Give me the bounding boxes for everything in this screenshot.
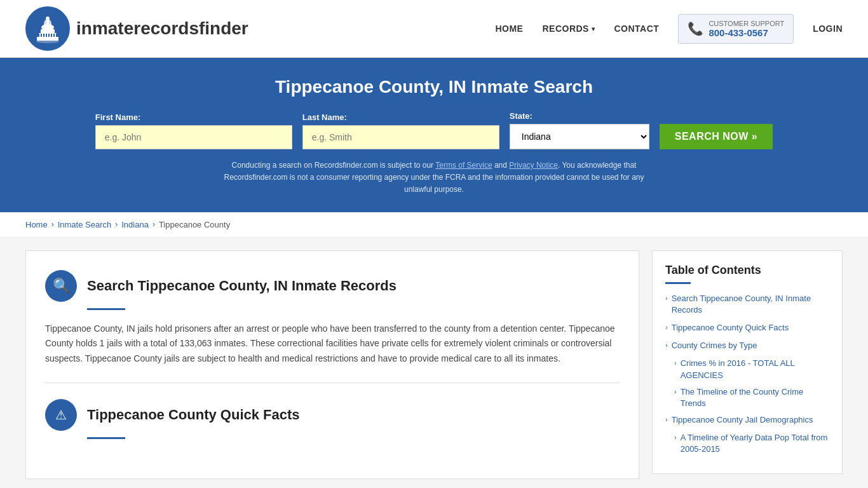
svg-rect-13 [51,34,52,37]
toc-item-1[interactable]: › Search Tippecanoe County, IN Inmate Re… [665,293,829,316]
breadcrumb-sep-2: › [115,220,118,229]
chevron-right-icon: › [665,341,668,349]
section2-header: ⚠ Tippecanoe County Quick Facts [45,399,620,431]
chevron-right-icon: › [665,294,668,302]
toc-item-4[interactable]: › Crimes % in 2016 - TOTAL ALL AGENCIES [674,358,829,381]
svg-rect-15 [56,34,57,37]
svg-rect-14 [53,34,55,37]
breadcrumb-inmate-search[interactable]: Inmate Search [58,220,112,229]
toc-link-1[interactable]: Search Tippecanoe County, IN Inmate Reco… [672,293,829,316]
breadcrumb-current: Tippecanoe County [159,220,230,229]
page-title: Tippecanoe County, IN Inmate Search [25,77,843,97]
breadcrumb-sep-3: › [153,220,155,229]
state-label: State: [510,111,532,121]
disclaimer-text: Conducting a search on Recordsfinder.com… [212,159,656,196]
svg-rect-12 [48,34,50,37]
toc-item-7[interactable]: › A Timeline of Yearly Data Pop Total fr… [674,432,829,455]
phone-icon: 📞 [688,21,703,36]
chevron-right-icon: › [674,433,677,441]
breadcrumb-sep-1: › [51,220,54,229]
toc-item-2[interactable]: › Tippecanoe County Quick Facts [665,322,829,334]
section1-divider [87,308,125,310]
toc-sub-group-2: › A Timeline of Yearly Data Pop Total fr… [665,432,829,455]
svg-point-7 [46,17,50,20]
article: 🔍 Search Tippecanoe County, IN Inmate Re… [25,250,639,479]
nav-records[interactable]: RECORDS ▾ [542,24,595,34]
section1-header: 🔍 Search Tippecanoe County, IN Inmate Re… [45,270,620,302]
logo-icon [25,6,70,51]
nav-home[interactable]: HOME [495,24,523,34]
toc-item-5[interactable]: › The Timeline of the County Crime Trend… [674,386,829,409]
main-content: 🔍 Search Tippecanoe County, IN Inmate Re… [0,238,868,488]
last-name-input[interactable] [302,125,499,149]
table-of-contents: Table of Contents › Search Tippecanoe Co… [652,250,843,474]
logo-area: inmaterecordsfinder [25,6,248,51]
toc-item-6[interactable]: › Tippecanoe County Jail Demographics [665,414,829,426]
search-button[interactable]: SEARCH NOW » [660,124,773,149]
svg-rect-9 [41,34,42,37]
tos-link[interactable]: Terms of Service [435,161,492,170]
warning-icon: ⚠ [45,399,77,431]
section1-title: Search Tippecanoe County, IN Inmate Reco… [87,278,397,294]
logo-text: inmaterecordsfinder [76,18,248,39]
svg-rect-11 [46,34,47,37]
first-name-label: First Name: [95,112,141,122]
chevron-right-icon: › [665,416,668,423]
toc-divider [665,282,691,284]
toc-link-5[interactable]: The Timeline of the County Crime Trends [681,386,829,409]
first-name-group: First Name: [95,112,292,149]
search-icon: 🔍 [45,270,77,302]
svg-rect-8 [38,34,39,37]
hero-section: Tippecanoe County, IN Inmate Search Firs… [0,58,868,212]
toc-link-2[interactable]: Tippecanoe County Quick Facts [672,322,789,334]
svg-rect-10 [43,34,44,37]
section1-body: Tippecanoe County, IN jails hold prisone… [45,322,620,367]
customer-support-box: 📞 CUSTOMER SUPPORT 800-433-0567 [678,14,794,44]
chevron-right-icon: › [674,388,677,395]
section2-title: Tippecanoe County Quick Facts [87,407,300,423]
state-group: State: Indiana Alabama Alaska California… [510,111,649,149]
login-button[interactable]: LOGIN [813,24,843,34]
first-name-input[interactable] [95,125,292,149]
breadcrumb-indiana[interactable]: Indiana [121,220,149,229]
state-select[interactable]: Indiana Alabama Alaska California Florid… [510,124,649,149]
last-name-group: Last Name: [302,112,499,149]
toc-title: Table of Contents [665,264,829,277]
breadcrumb-home[interactable]: Home [25,220,48,229]
breadcrumb: Home › Inmate Search › Indiana › Tippeca… [0,212,868,238]
chevron-right-icon: › [665,323,668,331]
support-number: 800-433-0567 [709,27,784,38]
support-label: CUSTOMER SUPPORT [709,20,784,27]
privacy-link[interactable]: Privacy Notice [509,161,558,170]
chevron-right-icon: › [674,359,677,367]
section2: ⚠ Tippecanoe County Quick Facts [45,399,620,439]
toc-link-3[interactable]: County Crimes by Type [672,340,757,351]
toc-link-4[interactable]: Crimes % in 2016 - TOTAL ALL AGENCIES [681,358,829,381]
section-hr [45,383,620,383]
main-nav: HOME RECORDS ▾ CONTACT 📞 CUSTOMER SUPPOR… [495,14,843,44]
last-name-label: Last Name: [302,112,347,122]
section2-divider [87,437,125,439]
toc-sub-group: › Crimes % in 2016 - TOTAL ALL AGENCIES … [665,358,829,409]
toc-link-7[interactable]: A Timeline of Yearly Data Pop Total from… [681,432,829,455]
section1: 🔍 Search Tippecanoe County, IN Inmate Re… [45,270,620,367]
nav-contact[interactable]: CONTACT [614,24,659,34]
toc-item-3[interactable]: › County Crimes by Type [665,340,829,351]
header: inmaterecordsfinder HOME RECORDS ▾ CONTA… [0,0,868,58]
chevron-down-icon: ▾ [592,25,595,32]
search-form: First Name: Last Name: State: Indiana Al… [25,111,843,149]
toc-link-6[interactable]: Tippecanoe County Jail Demographics [672,414,813,426]
